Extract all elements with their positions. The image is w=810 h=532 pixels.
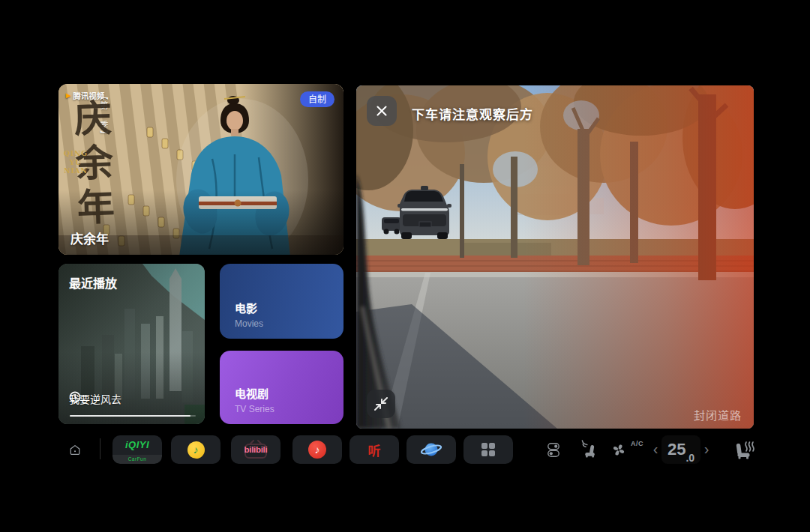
- seat-ventilation-button[interactable]: [574, 435, 603, 464]
- netease-note-glyph: ♪: [315, 444, 320, 455]
- category-card-movies[interactable]: 电影 Movies: [220, 264, 344, 339]
- iqiyi-carfun-strip: CarFun: [112, 455, 162, 464]
- heated-seat-icon: [734, 439, 756, 460]
- temperature-decimal: .0: [686, 453, 694, 464]
- playback-progress-fill: [70, 415, 190, 417]
- tv-series-title: 电视剧: [235, 385, 344, 401]
- netease-music-icon: ♪: [308, 441, 326, 459]
- original-content-badge: 自制: [300, 91, 334, 107]
- clock-icon: [69, 391, 81, 403]
- dock-app-browser[interactable]: [406, 435, 456, 464]
- recently-played-title: 最近播放: [69, 273, 117, 291]
- dock-app-bilibili[interactable]: bilibili: [231, 435, 280, 464]
- chevron-left-icon: ‹: [653, 441, 658, 459]
- now-playing-row: 我要逆风去: [69, 391, 122, 406]
- tv-series-subtitle: TV Series: [235, 404, 344, 414]
- home-icon: [69, 441, 81, 459]
- dock-app-qq-music[interactable]: ♪: [171, 435, 220, 464]
- quick-controls-button[interactable]: [542, 435, 566, 464]
- rear-camera-feed: [356, 85, 754, 429]
- movies-subtitle: Movies: [235, 318, 344, 329]
- dock-all-apps-button[interactable]: [464, 435, 513, 464]
- chevron-right-icon: ›: [704, 441, 710, 459]
- seat-ventilation-icon: [579, 440, 598, 460]
- featured-media-card[interactable]: ▶ 腾讯视频 【第一季】 庆余年 QING YU NIAN 自制 庆余年: [58, 84, 344, 255]
- ac-mode-label: A/C: [631, 440, 644, 447]
- recently-played-card[interactable]: 最近播放 我要逆风去: [58, 264, 205, 424]
- seat-heating-button[interactable]: [729, 435, 760, 464]
- ting-logo: 听: [368, 441, 381, 459]
- poster-romanized-title: QING YU NIAN: [62, 150, 89, 176]
- rear-camera-panel: 下车请注意观察后方 封闭道路: [356, 85, 754, 429]
- dock-app-iqiyi[interactable]: iQIYI CarFun: [112, 435, 162, 464]
- fan-icon: [612, 440, 626, 460]
- movies-title: 电影: [235, 300, 344, 315]
- qq-music-icon: ♪: [188, 441, 205, 459]
- ac-fan-button[interactable]: [608, 435, 630, 464]
- iqiyi-logo: iQIYI: [125, 440, 149, 450]
- camera-warning-text: 下车请注意观察后方: [412, 104, 533, 123]
- iqiyi-carfun-label: CarFun: [128, 457, 147, 462]
- camera-close-button[interactable]: [367, 96, 397, 126]
- featured-title: 庆余年: [70, 229, 109, 247]
- temperature-display: 25 .0: [662, 435, 700, 464]
- bilibili-logo: bilibili: [244, 445, 268, 454]
- qq-music-note-glyph: ♪: [194, 444, 199, 455]
- dock-divider: [100, 438, 100, 459]
- app-grid-icon: [481, 442, 496, 457]
- camera-collapse-button[interactable]: [367, 390, 395, 418]
- camera-watermark: 封闭道路: [694, 407, 742, 423]
- tencent-video-play-icon: ▶: [66, 92, 70, 99]
- planet-icon: [420, 441, 442, 458]
- category-card-tv-series[interactable]: 电视剧 TV Series: [220, 351, 344, 424]
- dock-app-netease-music[interactable]: ♪: [292, 435, 342, 464]
- dock-app-ting[interactable]: 听: [350, 435, 399, 464]
- playback-progress-bar[interactable]: [70, 415, 196, 417]
- toggle-switches-icon: [546, 440, 561, 460]
- infotainment-screen: ▶ 腾讯视频 【第一季】 庆余年 QING YU NIAN 自制 庆余年: [0, 0, 810, 532]
- temperature-value: 25: [668, 441, 686, 458]
- temperature-decrease-button[interactable]: ‹: [648, 435, 663, 464]
- temperature-increase-button[interactable]: ›: [699, 435, 714, 464]
- proximity-alert-tint: [356, 85, 754, 429]
- close-icon: [376, 105, 388, 117]
- collapse-icon: [373, 396, 389, 412]
- home-button[interactable]: [64, 439, 86, 460]
